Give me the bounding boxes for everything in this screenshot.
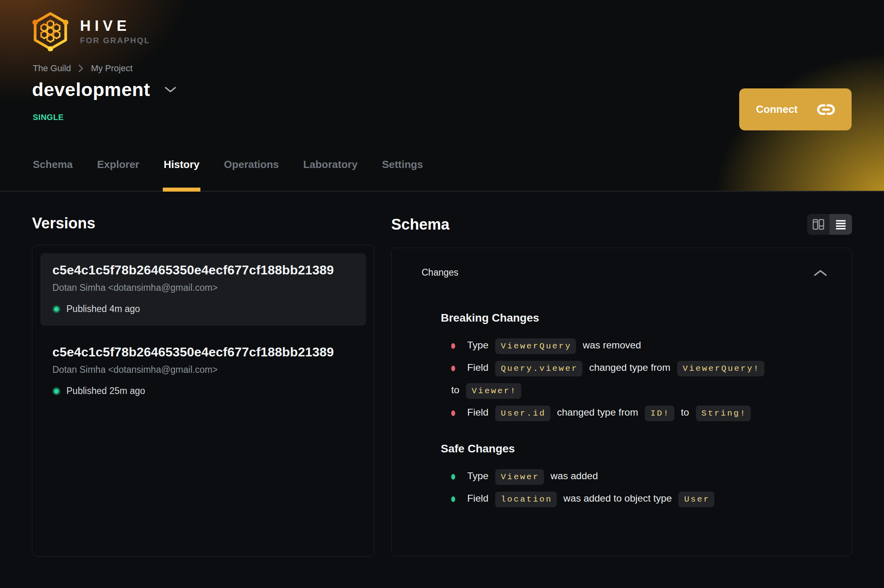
- change-text: was removed: [580, 340, 641, 350]
- breadcrumb: The Guild My Project: [33, 63, 132, 74]
- app-header: HIVE FOR GRAPHQL The Guild My Project de…: [0, 0, 884, 192]
- code-chip: String!: [696, 406, 751, 421]
- page-title: development: [32, 78, 150, 100]
- hive-honeycomb-icon: [31, 11, 70, 51]
- tab-bar: SchemaExplorerHistoryOperationsLaborator…: [32, 158, 424, 191]
- columns-view-button[interactable]: [807, 214, 830, 235]
- changes-accordion-header[interactable]: Changes: [422, 267, 828, 278]
- change-text: Field: [467, 362, 491, 373]
- code-chip: ViewerQuery: [495, 338, 576, 354]
- version-status-text: Published 25m ago: [66, 386, 145, 396]
- code-chip: Query.viewer: [495, 361, 582, 376]
- change-item: Field location was added to object type …: [451, 488, 828, 510]
- breadcrumb-org[interactable]: The Guild: [33, 63, 71, 74]
- columns-view-icon: [812, 218, 825, 231]
- main-content: Versions c5e4c1c5f78b26465350e4ecf677cf1…: [0, 192, 884, 557]
- change-list: Type ViewerQuery was removedField Query.…: [441, 334, 828, 424]
- target-selector[interactable]: development: [32, 78, 176, 100]
- version-status-text: Published 4m ago: [66, 304, 140, 314]
- list-view-icon: [835, 218, 847, 230]
- change-section-title: Safe Changes: [441, 442, 828, 455]
- version-card[interactable]: c5e4c1c5f78b26465350e4ecf677cf188bb21389…: [40, 335, 366, 408]
- breadcrumb-project[interactable]: My Project: [91, 63, 132, 74]
- tab-history[interactable]: History: [163, 158, 200, 191]
- change-item: Type Viewer was added: [451, 465, 828, 488]
- change-text: changed type from: [554, 407, 641, 418]
- breaking-bullet: [451, 366, 455, 371]
- hive-history-page: { "brand": { "name": "HIVE", "tagline": …: [0, 0, 884, 588]
- versions-panel: c5e4c1c5f78b26465350e4ecf677cf188bb21389…: [32, 245, 374, 557]
- tab-operations[interactable]: Operations: [223, 158, 280, 191]
- change-item: Field Query.viewer changed type from Vie…: [451, 357, 828, 402]
- chevron-up-icon: [813, 269, 828, 277]
- schema-section: Schema Changes Breaking ChangesType View…: [391, 192, 852, 557]
- versions-section: Versions c5e4c1c5f78b26465350e4ecf677cf1…: [32, 192, 374, 557]
- breaking-bullet: [451, 410, 455, 416]
- view-toggle: [807, 214, 852, 235]
- code-chip: ID!: [645, 406, 674, 421]
- status-badge: SINGLE: [33, 113, 64, 122]
- changes-label: Changes: [422, 267, 458, 278]
- change-list: Type Viewer was addedField location was …: [441, 465, 828, 510]
- tab-laboratory[interactable]: Laboratory: [302, 158, 358, 191]
- version-status: Published 4m ago: [52, 304, 354, 314]
- brand-tagline: FOR GRAPHQL: [80, 36, 150, 45]
- version-card[interactable]: c5e4c1c5f78b26465350e4ecf677cf188bb21389…: [40, 253, 366, 326]
- safe-bullet: [451, 474, 455, 480]
- connect-button-label: Connect: [756, 103, 798, 116]
- brand-logo[interactable]: HIVE FOR GRAPHQL: [31, 11, 150, 51]
- change-text: Type: [467, 340, 491, 350]
- change-text: was added: [548, 470, 598, 481]
- safe-bullet: [451, 496, 455, 502]
- breaking-bullet: [451, 343, 455, 349]
- code-chip: Viewer: [495, 469, 544, 485]
- code-chip: ViewerQuery!: [677, 361, 764, 376]
- schema-changes-panel: Changes Breaking ChangesType ViewerQuery…: [391, 248, 852, 556]
- change-text: Type: [467, 470, 491, 481]
- published-status-dot: [52, 387, 60, 395]
- version-author: Dotan Simha <dotansimha@gmail.com>: [52, 364, 354, 375]
- code-chip: User.id: [495, 406, 550, 421]
- published-status-dot: [52, 305, 60, 313]
- connect-button[interactable]: Connect: [739, 88, 852, 130]
- version-author: Dotan Simha <dotansimha@gmail.com>: [52, 282, 354, 293]
- change-text: Field: [467, 493, 491, 504]
- brand-name: HIVE: [80, 18, 150, 34]
- change-text: Field: [467, 407, 491, 418]
- code-chip: User: [678, 492, 714, 507]
- tab-explorer[interactable]: Explorer: [96, 158, 140, 191]
- change-text: was added to object type: [561, 493, 675, 504]
- tab-settings[interactable]: Settings: [381, 158, 424, 191]
- list-view-button[interactable]: [830, 214, 852, 235]
- chevron-right-icon: [78, 64, 84, 73]
- version-hash: c5e4c1c5f78b26465350e4ecf677cf188bb21389: [52, 345, 354, 360]
- changes-body: Breaking ChangesType ViewerQuery was rem…: [422, 312, 828, 510]
- tab-schema[interactable]: Schema: [32, 158, 74, 191]
- versions-heading: Versions: [32, 215, 374, 232]
- change-item: Type ViewerQuery was removed: [451, 334, 828, 357]
- code-chip: location: [495, 492, 557, 507]
- schema-heading: Schema: [391, 216, 450, 233]
- version-status: Published 25m ago: [52, 386, 354, 396]
- change-text: to: [678, 407, 692, 418]
- brand-wordmark: HIVE FOR GRAPHQL: [80, 18, 150, 45]
- change-section-title: Breaking Changes: [441, 312, 828, 324]
- change-text: changed type from: [586, 362, 673, 373]
- link-icon: [817, 104, 835, 116]
- change-text: to: [451, 384, 462, 395]
- version-hash: c5e4c1c5f78b26465350e4ecf677cf188bb21389: [52, 263, 354, 278]
- change-item: Field User.id changed type from ID! to S…: [451, 402, 828, 424]
- chevron-down-icon: [164, 86, 176, 93]
- code-chip: Viewer!: [466, 383, 521, 399]
